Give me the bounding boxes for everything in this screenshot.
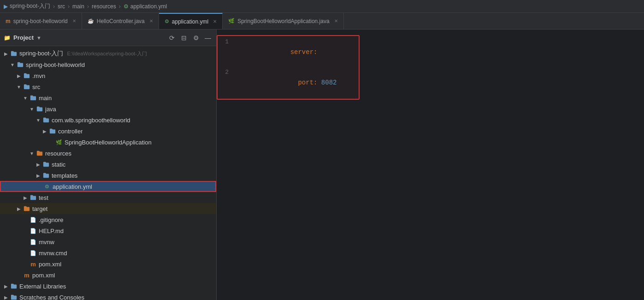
yml-icon: ⚙	[124, 3, 129, 10]
breadcrumb: ▶ spring-boot-入门 › src › main › resource…	[0, 0, 644, 13]
maven-icon: m	[6, 18, 11, 24]
tab-label: HelloController.java	[97, 18, 145, 24]
tree-item-mvnwcmd[interactable]: 📄 mvnw.cmd	[0, 247, 216, 258]
yaml-value: 8082	[321, 79, 337, 86]
tree-label: mvnw	[39, 239, 54, 246]
tree-label: src	[32, 84, 40, 90]
editor-content[interactable]: 1 server: 2 port: 8082	[217, 30, 644, 300]
tree-expand-arrow[interactable]: ▼	[35, 117, 41, 123]
tree-item-test[interactable]: ▶ test	[0, 192, 216, 203]
tree-item-helpmd[interactable]: 📄 HELP.md	[0, 225, 216, 236]
tree-expand-arrow[interactable]: ▶	[41, 128, 48, 134]
spring-icon: 🌿	[228, 18, 235, 24]
sidebar-title-group: 📁 Project ▼	[4, 34, 41, 41]
tree-label: templates	[52, 172, 77, 179]
tree-label: com.wlb.springboothelloworld	[52, 117, 130, 124]
breadcrumb-item[interactable]: resources	[92, 3, 116, 10]
breadcrumb-item[interactable]: main	[72, 3, 84, 10]
file-icon: 📄	[30, 249, 37, 257]
tree-label: pom.xml	[39, 261, 61, 268]
tree-label: .mvn	[32, 72, 45, 79]
tab-label: SpringBootHelloworldApplication.java	[237, 18, 329, 24]
tree-item-templates[interactable]: ▶ templates	[0, 170, 216, 181]
code-line-2: 2 port: 8082	[218, 67, 359, 98]
tree-expand-arrow[interactable]: ▼	[29, 150, 35, 156]
tree-label: External Libraries	[19, 283, 66, 290]
dropdown-arrow[interactable]: ▼	[36, 35, 41, 41]
tree-item-static[interactable]: ▶ static	[0, 159, 216, 170]
src-folder-icon	[23, 83, 30, 90]
yml-file-tree-icon: ⚙	[43, 183, 51, 190]
maven-icon: m	[23, 271, 30, 279]
tab-yml[interactable]: ⚙ application.yml ✕	[159, 13, 223, 29]
tab-close-button[interactable]: ✕	[213, 19, 217, 24]
folder-icon	[10, 50, 18, 57]
tree-expand-arrow[interactable]: ▶	[35, 172, 41, 179]
editor-tab-bar: m spring-boot-helloworld ✕ ☕ HelloContro…	[0, 13, 644, 30]
tab-app[interactable]: 🌿 SpringBootHelloworldApplication.java ✕	[223, 13, 343, 29]
spring-app-icon: 🌿	[55, 138, 63, 146]
tree-item-mvnw[interactable]: 📄 mvnw	[0, 236, 216, 247]
tab-close-button[interactable]: ✕	[149, 18, 153, 24]
tree-expand-arrow[interactable]: ▼	[16, 84, 22, 90]
line-number: 1	[218, 37, 236, 47]
collapse-button[interactable]: ⊟	[179, 33, 189, 42]
tree-label: pom.xml	[32, 272, 55, 279]
tree-item-main[interactable]: ▼ main	[0, 92, 216, 103]
tree-label: static	[52, 161, 65, 168]
tree-expand-arrow[interactable]: ▼	[9, 61, 16, 68]
main-layout: 📁 Project ▼ ⟳ ⊟ ⚙ — ▶ spring-boot-入门 E:\…	[0, 30, 644, 300]
tree-item-controller[interactable]: ▶ controller	[0, 126, 216, 137]
tree-item-pomxml-inner[interactable]: m pom.xml	[0, 258, 216, 270]
tree-expand-arrow[interactable]: ▶	[16, 72, 22, 79]
folder-icon	[30, 194, 37, 201]
tree-expand-arrow[interactable]: ▶	[16, 205, 22, 212]
tree-item-java[interactable]: ▼ java	[0, 103, 216, 114]
tree-expand-arrow[interactable]: ▼	[22, 95, 29, 101]
tree-item-src[interactable]: ▼ src	[0, 81, 216, 92]
folder-icon	[10, 282, 18, 290]
tree-expand-arrow[interactable]: ▶	[35, 161, 41, 168]
project-tree: ▶ spring-boot-入门 E:\IdeaWorkspace\spring…	[0, 46, 216, 300]
md-icon: 📄	[30, 227, 37, 234]
tree-item-app-class[interactable]: 🌿 SpringBootHelloworldApplication	[0, 137, 216, 148]
breadcrumb-item[interactable]: ▶ spring-boot-入门	[4, 2, 50, 10]
tab-close-button[interactable]: ✕	[334, 18, 338, 24]
tree-item-gitignore[interactable]: 📄 .gitignore	[0, 214, 216, 225]
tree-item-external-libs[interactable]: ▶ External Libraries	[0, 281, 216, 292]
sync-button[interactable]: ⟳	[167, 33, 177, 42]
tab-label: application.yml	[172, 18, 208, 25]
tree-expand-arrow[interactable]: ▶	[3, 294, 9, 300]
tree-item-resources[interactable]: ▼ resources	[0, 148, 216, 159]
yaml-key: server:	[290, 48, 318, 56]
hide-button[interactable]: —	[203, 33, 213, 42]
tree-label: mvnw.cmd	[39, 250, 67, 257]
breadcrumb-item[interactable]: ⚙ application.yml	[124, 3, 167, 10]
tree-item-helloworld[interactable]: ▼ spring-boot-helloworld	[0, 59, 216, 70]
yml-file-icon: ⚙	[165, 18, 169, 24]
tree-label: main	[39, 95, 52, 102]
tree-expand-arrow[interactable]: ▶	[3, 50, 9, 57]
tree-expand-arrow[interactable]: ▼	[29, 106, 35, 112]
tab-controller[interactable]: ☕ HelloController.java ✕	[82, 13, 159, 29]
target-folder-icon	[23, 205, 30, 212]
tree-item-com[interactable]: ▼ com.wlb.springboothelloworld	[0, 114, 216, 126]
tree-expand-arrow[interactable]: ▶	[22, 194, 29, 201]
line-content: port: 8082	[236, 67, 359, 98]
tree-item-target[interactable]: ▶ target	[0, 203, 216, 214]
tree-item-pomxml-outer[interactable]: m pom.xml	[0, 270, 216, 281]
tree-item-mvn[interactable]: ▶ .mvn	[0, 70, 216, 81]
breadcrumb-item[interactable]: src	[58, 3, 65, 10]
tab-close-button[interactable]: ✕	[72, 18, 76, 24]
tree-item-scratches[interactable]: ▶ Scratches and Consoles	[0, 292, 216, 300]
tree-label: HELP.md	[39, 228, 64, 234]
file-icon: 📄	[30, 238, 37, 246]
settings-button[interactable]: ⚙	[191, 33, 201, 42]
tree-item-root[interactable]: ▶ spring-boot-入门 E:\IdeaWorkspace\spring…	[0, 48, 216, 59]
tree-label: test	[39, 194, 48, 201]
tree-item-application-yml[interactable]: ⚙ application.yml	[0, 181, 216, 192]
editor-area[interactable]: 1 server: 2 port: 8082	[217, 30, 644, 300]
tree-expand-arrow[interactable]: ▶	[3, 283, 9, 289]
tree-label: resources	[45, 150, 71, 157]
tab-maven[interactable]: m spring-boot-helloworld ✕	[0, 13, 82, 29]
